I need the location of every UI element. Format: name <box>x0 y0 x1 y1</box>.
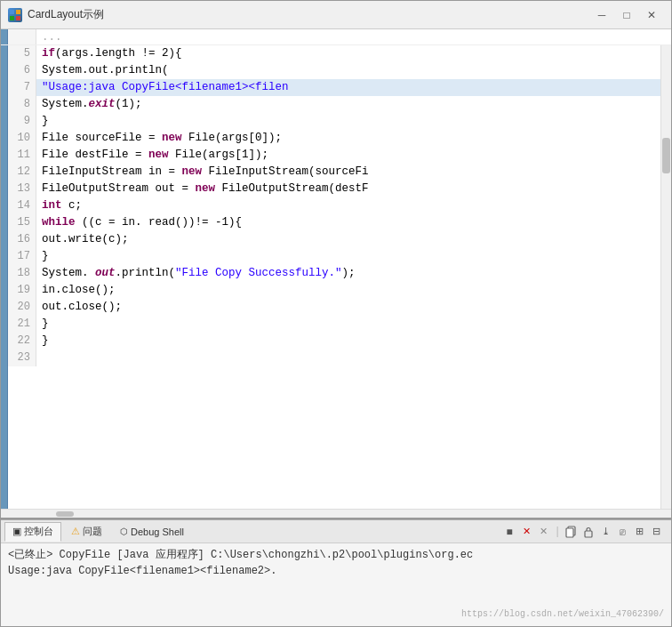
svg-rect-1 <box>16 10 20 14</box>
debug-tab-label: Debug Shell <box>131 527 184 537</box>
code-line-21: 21 } <box>8 316 660 333</box>
tab-debug-shell[interactable]: ⬡ Debug Shell <box>112 522 192 542</box>
line-number-23: 23 <box>8 350 36 366</box>
line-content-18: System. out.println("File Copy Successfu… <box>36 265 356 282</box>
code-line-14: 14 int c; <box>8 197 660 214</box>
svg-rect-6 <box>585 531 592 537</box>
line-number-9: 9 <box>8 113 36 130</box>
clear-button[interactable]: ⎚ <box>614 524 630 540</box>
window-title: CardLayout示例 <box>28 7 589 22</box>
stop-button[interactable]: ■ <box>501 524 517 540</box>
code-line-16: 16 out.write(c); <box>8 231 660 248</box>
code-line-22: 22} <box>8 333 660 350</box>
app-icon <box>8 8 22 22</box>
line-number-14: 14 <box>8 197 36 214</box>
expand-button[interactable]: ⊞ <box>631 524 647 540</box>
code-editor[interactable]: ... 5 if(args.length != 2){6 System.out.… <box>1 29 671 519</box>
h-scroll-thumb <box>56 511 74 517</box>
line-number-11: 11 <box>8 147 36 164</box>
line-content-9: } <box>36 113 49 130</box>
line-number-13: 13 <box>8 181 36 197</box>
line-number-10: 10 <box>8 130 36 147</box>
scroll-thumb <box>662 138 670 173</box>
tab-problems[interactable]: ⚠ 问题 <box>63 522 110 542</box>
line-number-18: 18 <box>8 265 36 282</box>
line-content-20: out.close(); <box>36 299 122 316</box>
line-number-21: 21 <box>8 316 36 333</box>
svg-rect-5 <box>566 528 573 537</box>
console-tab-label: 控制台 <box>24 525 53 538</box>
vertical-scrollbar[interactable] <box>660 45 671 509</box>
line-number-5: 5 <box>8 45 36 62</box>
line-number-16: 16 <box>8 231 36 248</box>
line-content-8: System.exit(1); <box>36 96 142 113</box>
line-number-12: 12 <box>8 164 36 181</box>
debug-tab-icon: ⬡ <box>120 527 128 536</box>
line-content-21: } <box>36 316 49 333</box>
svg-rect-2 <box>10 16 14 20</box>
close-button[interactable]: ✕ <box>639 6 664 24</box>
title-bar: CardLayout示例 ─ □ ✕ <box>1 1 671 29</box>
line-number-22: 22 <box>8 333 36 350</box>
code-body: 5 if(args.length != 2){6 System.out.prin… <box>1 45 671 509</box>
line-number-6: 6 <box>8 62 36 79</box>
copy-button[interactable] <box>564 524 580 540</box>
lock-button[interactable] <box>580 524 596 540</box>
minimize-button[interactable]: ─ <box>589 6 614 24</box>
code-line-23: 23 <box>8 350 660 366</box>
app-window: CardLayout示例 ─ □ ✕ ... 5 if(args.length … <box>0 0 672 627</box>
line-number-17: 17 <box>8 248 36 265</box>
console-tab-icon: ▣ <box>12 526 21 537</box>
code-line-10: 10 File sourceFile = new File(args[0]); <box>8 130 660 147</box>
line-content-7: "Usage:java CopyFile<filename1><filen <box>36 79 660 96</box>
maximize-button[interactable]: □ <box>614 6 639 24</box>
code-line-8: 8 System.exit(1); <box>8 96 660 113</box>
line-content-11: File destFile = new File(args[1]); <box>36 147 268 164</box>
line-content-5: if(args.length != 2){ <box>36 45 182 62</box>
line-content-23 <box>36 350 42 366</box>
code-lines-container: 5 if(args.length != 2){6 System.out.prin… <box>8 45 660 509</box>
scroll-lock-button[interactable]: ⤓ <box>597 524 613 540</box>
problems-tab-icon: ⚠ <box>71 526 80 537</box>
code-line-11: 11 File destFile = new File(args[1]); <box>8 147 660 164</box>
code-line-12: 12 FileInputStream in = new FileInputStr… <box>8 164 660 181</box>
code-line-19: 19 in.close(); <box>8 282 660 299</box>
console-tabs: ▣ 控制台 ⚠ 问题 ⬡ Debug Shell ■ ✕ <box>1 520 671 543</box>
tabs-row: ▣ 控制台 ⚠ 问题 ⬡ Debug Shell <box>4 522 500 542</box>
horizontal-scrollbar[interactable] <box>1 509 671 518</box>
line-content-12: FileInputStream in = new FileInputStream… <box>36 164 369 181</box>
code-line-7: 7 "Usage:java CopyFile<filename1><filen <box>8 79 660 96</box>
line-content-10: File sourceFile = new File(args[0]); <box>36 130 282 147</box>
remove-button[interactable]: ✕ <box>535 524 551 540</box>
console-content: <已终止> CopyFile [Java 应用程序] C:\Users\chon… <box>1 543 671 626</box>
editor-container: ... 5 if(args.length != 2){6 System.out.… <box>1 29 671 626</box>
code-line-15: 15 while ((c = in. read())!= -1){ <box>8 214 660 231</box>
svg-rect-3 <box>16 16 20 20</box>
console-toolbar: ■ ✕ ✕ | <box>501 524 668 540</box>
line-number-19: 19 <box>8 282 36 299</box>
console-panel: ▣ 控制台 ⚠ 问题 ⬡ Debug Shell ■ ✕ <box>1 519 671 626</box>
svg-rect-0 <box>10 10 14 14</box>
partial-line-top: ... <box>1 29 671 45</box>
line-number-8: 8 <box>8 96 36 113</box>
terminate-button[interactable]: ✕ <box>518 524 534 540</box>
line-content-6: System.out.println( <box>36 62 169 79</box>
line-number-15: 15 <box>8 214 36 231</box>
minimize-panel-button[interactable]: ⊟ <box>648 524 664 540</box>
line-content-22: } <box>36 333 49 350</box>
line-number-20: 20 <box>8 299 36 316</box>
line-content-16: out.write(c); <box>36 231 129 248</box>
window-controls: ─ □ ✕ <box>589 6 664 24</box>
left-margin <box>1 45 8 509</box>
code-line-13: 13 FileOutputStream out = new FileOutput… <box>8 181 660 197</box>
line-content-13: FileOutputStream out = new FileOutputStr… <box>36 181 369 197</box>
code-line-6: 6 System.out.println( <box>8 62 660 79</box>
console-line-1: <已终止> CopyFile [Java 应用程序] C:\Users\chon… <box>8 547 664 563</box>
tab-console[interactable]: ▣ 控制台 <box>4 522 61 542</box>
line-content-17: } <box>36 248 49 265</box>
line-content-19: in.close(); <box>36 282 116 299</box>
problems-tab-label: 问题 <box>83 525 102 538</box>
line-content-15: while ((c = in. read())!= -1){ <box>36 214 242 231</box>
code-line-20: 20 out.close(); <box>8 299 660 316</box>
code-line-9: 9 } <box>8 113 660 130</box>
